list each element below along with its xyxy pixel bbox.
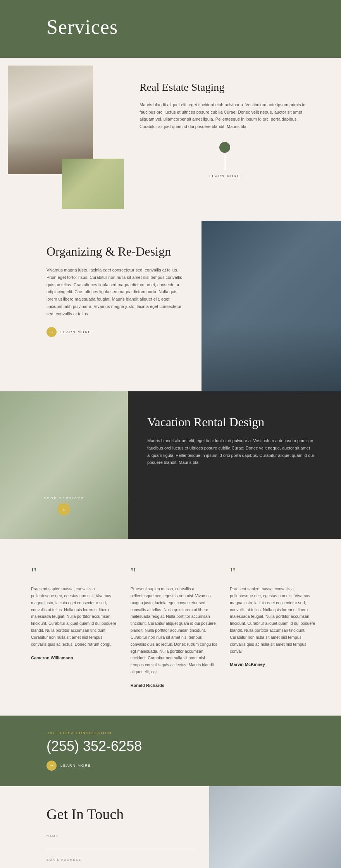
arrow-icon: → [46,327,57,337]
book-services-label: BOOK SERVICES [44,496,84,500]
contact-title: Get In Touch [46,806,194,823]
testimonial-1-author: Cameron Williamson [31,655,73,660]
learn-more-label: LEARN MORE [60,330,91,334]
learn-more-vertical[interactable]: LEARN MORE [140,142,310,178]
cta-learn-more-label: LEARN MORE [60,764,91,768]
down-arrow-icon: ↓ [58,503,70,515]
email-label: EMAIL ADDRESS [46,858,194,861]
testimonial-1-text: Praesent sapien massa, convallis a pelle… [31,586,119,648]
cta-label: CALL FOR A CONSULTATION [46,731,318,735]
testimonial-1: " Praesent sapien massa, convallis a pel… [31,566,119,688]
cta-phone: (255) 352-6258 [46,738,318,754]
contact-form: Get In Touch NAME EMAIL ADDRESS MESSAGE … [0,786,209,868]
testimonial-3-text: Praesent sapien massa, convallis a pelle… [230,586,318,655]
real-estate-content: Real Estate Staging Mauris blandit aliqu… [124,58,318,194]
quote-icon-1: " [31,566,119,580]
hero-section: Services [0,0,341,58]
cta-section: CALL FOR A CONSULTATION (255) 352-6258 →… [0,716,341,786]
organizing-body: Vivamus magna justo, lacinia eget consec… [46,266,186,317]
vacation-content: Vacation Rental Design Mauris blandit al… [128,391,341,539]
name-input[interactable] [46,840,194,850]
cta-content: CALL FOR A CONSULTATION (255) 352-6258 →… [46,731,318,771]
quote-icon-3: " [230,566,318,580]
learn-more-button[interactable]: → LEARN MORE [46,327,186,337]
dot-circle-icon [219,142,230,153]
testimonial-2-author: Ronald Richards [131,683,164,688]
testimonial-3: " Praesent sapien massa, convallis a pel… [230,566,318,688]
learn-more-label: LEARN MORE [209,174,240,178]
real-estate-body: Mauris blandit aliquet elit, eget tincid… [140,101,310,130]
testimonial-3-author: Marvin McKinney [230,662,265,667]
email-input[interactable] [46,863,194,868]
contact-section: Get In Touch NAME EMAIL ADDRESS MESSAGE … [0,786,341,868]
real-estate-images [0,58,124,221]
vacation-section: BOOK SERVICES ↓ Vacation Rental Design M… [0,391,341,539]
organizing-image [202,221,341,391]
room-image-secondary [62,159,124,209]
cta-learn-more-button[interactable]: → LEARN MORE [46,761,318,771]
vacation-image: BOOK SERVICES ↓ [0,391,128,539]
real-estate-section: Real Estate Staging Mauris blandit aliqu… [0,58,341,221]
testimonials-section: " Praesent sapien massa, convallis a pel… [0,539,341,716]
line-divider [225,155,225,170]
real-estate-title: Real Estate Staging [140,81,310,93]
email-field-group: EMAIL ADDRESS [46,858,194,868]
contact-photo [209,786,341,868]
contact-info-column: Address 1234 Divi St. #1000, San Francis… [209,786,341,868]
testimonial-2: " Praesent sapien massa, convallis a pel… [131,566,219,688]
organizing-section: Organizing & Re-Design Vivamus magna jus… [0,221,341,391]
organizing-title: Organizing & Re-Design [46,244,186,259]
book-services-cta[interactable]: BOOK SERVICES ↓ [44,496,84,515]
page-title: Services [46,16,318,38]
testimonial-2-text: Praesent sapien massa, convallis a pelle… [131,586,219,676]
name-field-group: NAME [46,834,194,850]
name-label: NAME [46,834,194,838]
room-image-main [8,66,93,174]
vacation-title: Vacation Rental Design [147,415,326,429]
quote-icon-2: " [131,566,219,580]
vacation-body: Mauris blandit aliquet elit, eget tincid… [147,437,326,466]
organizing-content: Organizing & Re-Design Vivamus magna jus… [0,221,202,353]
cta-arrow-icon: → [46,761,57,771]
